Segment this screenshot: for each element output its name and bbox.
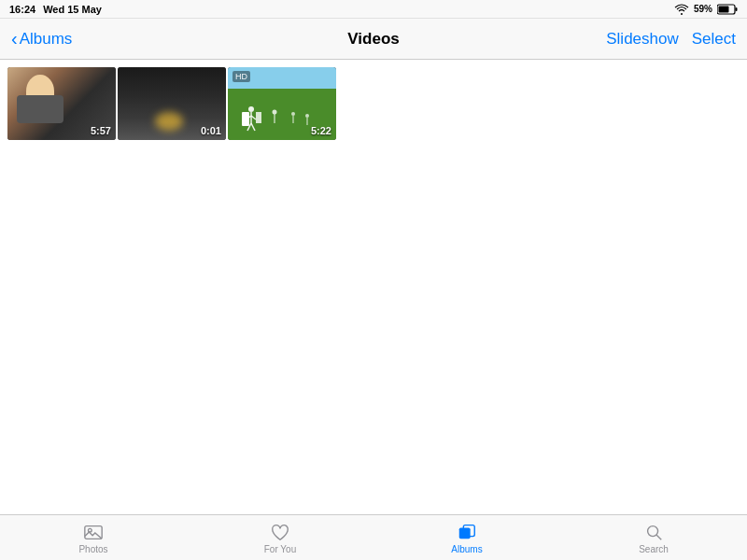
video-item[interactable]: HD 5:22 [228,67,336,140]
svg-point-11 [291,112,295,116]
tab-photos[interactable]: Photos [0,518,187,558]
svg-point-19 [648,525,658,536]
tab-photos-label: Photos [78,544,107,554]
tab-search[interactable]: Search [560,518,747,558]
tab-albums[interactable]: Albums [374,518,560,558]
albums-icon [457,522,477,542]
svg-rect-1 [736,7,738,11]
svg-line-8 [251,123,255,131]
video-item[interactable]: 0:01 [118,67,226,140]
status-time: 16:24 [9,4,35,15]
status-bar: 16:24 Wed 15 May 59% [0,0,747,19]
tab-for-you[interactable]: For You [187,518,374,558]
wifi-icon [674,4,689,15]
tab-albums-label: Albums [451,544,482,554]
svg-line-7 [247,123,251,131]
status-left: 16:24 Wed 15 May [9,4,102,15]
select-button[interactable]: Select [692,30,736,49]
slideshow-button[interactable]: Slideshow [606,30,679,49]
svg-line-20 [656,535,661,539]
video-item[interactable]: 5:57 [7,67,116,140]
svg-point-9 [273,110,277,115]
svg-rect-17 [459,527,471,539]
svg-point-13 [305,114,309,118]
nav-actions: Slideshow Select [606,30,736,49]
video-duration: 5:57 [91,125,111,136]
svg-point-3 [248,106,254,112]
nav-bar: ‹ Albums Videos Slideshow Select [0,19,747,60]
battery-icon [717,4,738,15]
back-chevron-icon: ‹ [11,28,18,49]
back-label: Albums [20,30,73,49]
search-icon [643,522,664,542]
tab-for-you-label: For You [264,544,296,554]
svg-rect-2 [719,6,729,12]
page-title: Videos [347,30,399,49]
for-you-icon [270,522,290,542]
video-badge: HD [233,71,250,82]
tab-search-label: Search [639,544,669,554]
photos-icon [83,522,104,542]
battery-percentage: 59% [694,4,712,14]
tab-bar: Photos For You Albums Search [0,514,747,560]
video-duration: 5:22 [311,125,331,136]
back-button[interactable]: ‹ Albums [11,28,72,49]
video-grid: 5:57 0:01 [7,67,740,140]
video-duration: 0:01 [201,125,221,136]
status-date: Wed 15 May [43,4,102,15]
status-right: 59% [674,4,738,15]
main-content: 5:57 0:01 [0,60,747,514]
